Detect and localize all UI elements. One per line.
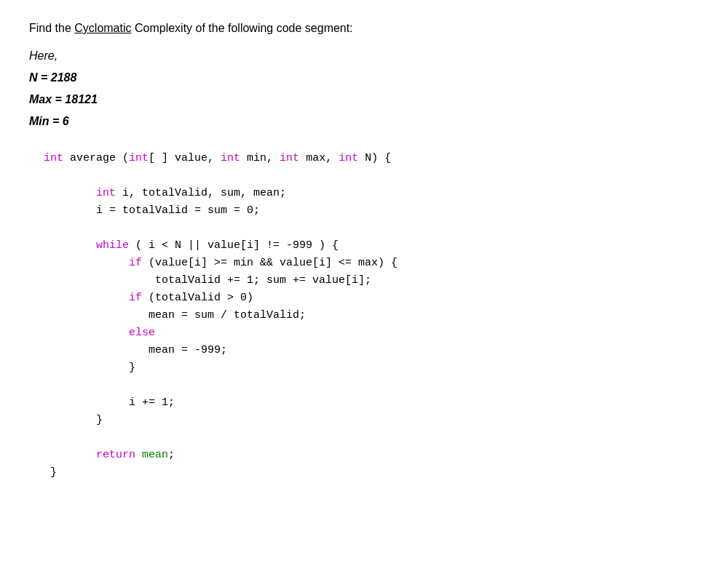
code-line-6: totalValid += 1; sum += value[i]; — [44, 272, 699, 290]
min-value: Min = 6 — [29, 115, 699, 128]
code-line-11: } — [44, 359, 699, 377]
code-line-8: mean = sum / totalValid; — [44, 307, 699, 324]
code-line-7: if (totalValid > 0) — [44, 290, 699, 307]
code-empty-2 — [44, 220, 699, 237]
code-line-13: } — [44, 412, 699, 429]
here-label: Here, — [29, 49, 699, 63]
code-line-14: return mean; — [44, 447, 699, 464]
code-line-1: int average (int[ ] value, int min, int … — [44, 150, 699, 167]
code-line-9: else — [44, 324, 699, 342]
code-empty-3 — [44, 377, 699, 394]
code-empty-4 — [44, 429, 699, 447]
code-line-10: mean = -999; — [44, 342, 699, 359]
code-line-3: i = totalValid = sum = 0; — [44, 202, 699, 220]
cyclomatic-underline: Cyclomatic — [74, 22, 131, 34]
code-line-15: } — [44, 464, 699, 482]
code-line-4: while ( i < N || value[i] != -999 ) { — [44, 237, 699, 255]
code-block: int average (int[ ] value, int min, int … — [29, 143, 699, 489]
n-value: N = 2188 — [29, 71, 699, 84]
question-text: Find the Cyclomatic Complexity of the fo… — [29, 22, 699, 35]
code-line-5: if (value[i] >= min && value[i] <= max) … — [44, 255, 699, 272]
max-value: Max = 18121 — [29, 93, 699, 106]
code-line-2: int i, totalValid, sum, mean; — [44, 185, 699, 202]
code-line-12: i += 1; — [44, 394, 699, 412]
question-section: Find the Cyclomatic Complexity of the fo… — [29, 22, 699, 128]
code-empty-1 — [44, 167, 699, 185]
